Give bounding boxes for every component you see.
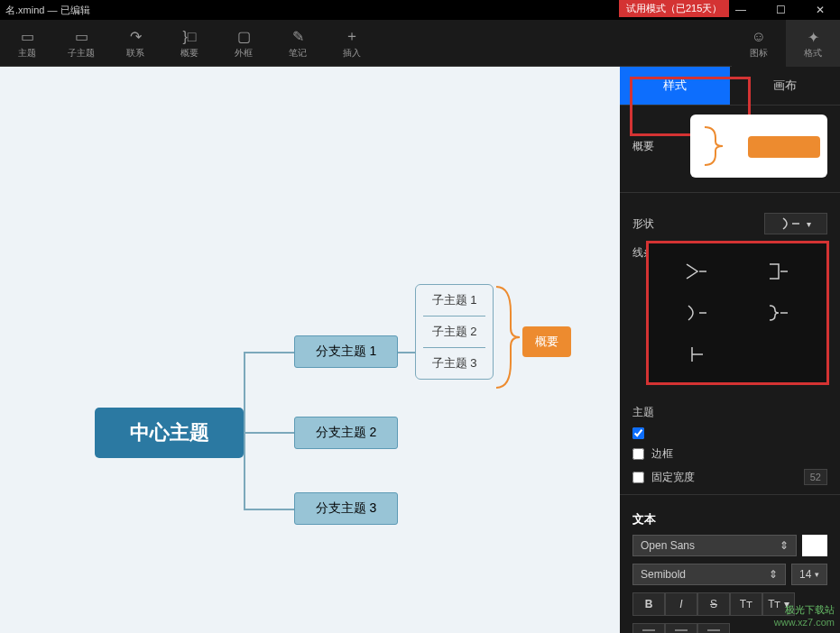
topic-icon: ▭ — [21, 27, 34, 47]
shape-dropdown-popup — [646, 241, 829, 385]
insert-icon: ＋ — [345, 27, 359, 47]
mindmap-canvas[interactable]: 中心主题 分支主题 1 分支主题 2 分支主题 3 子主题 1 子主题 2 子主… — [0, 67, 620, 633]
tab-style[interactable]: 样式 — [620, 67, 730, 105]
summary-icon: }□ — [182, 27, 196, 47]
fixed-width-checkbox[interactable] — [632, 472, 644, 483]
brush-icon: ✦ — [808, 27, 819, 47]
bold-button[interactable]: B — [632, 592, 665, 616]
fixed-width-value: 52 — [804, 469, 827, 485]
checkbox-row-border[interactable]: 边框 — [620, 443, 840, 465]
checkbox-row-fixed-width[interactable]: 固定宽度 52 — [620, 465, 840, 489]
shape-option-angle[interactable] — [656, 251, 737, 292]
font-size-select[interactable]: 14 ▾ — [791, 564, 827, 585]
italic-button[interactable]: I — [665, 592, 697, 616]
preview-brace-icon — [703, 125, 725, 167]
topic-button[interactable]: ▭ 主题 — [0, 20, 54, 67]
connector — [244, 509, 294, 510]
summary-node[interactable]: 概要 — [522, 326, 571, 357]
align-left-button[interactable] — [632, 623, 665, 633]
fill-checkbox[interactable] — [632, 427, 644, 439]
minimize-button[interactable]: — — [721, 0, 761, 20]
subtopic-icon: ▭ — [75, 27, 88, 47]
notes-button[interactable]: ✎ 笔记 — [271, 20, 325, 67]
chevron-down-icon: ▾ — [807, 219, 811, 229]
overview-section: 概要 — [620, 106, 840, 187]
subtopic-group[interactable]: 子主题 1 子主题 2 子主题 3 — [415, 284, 494, 380]
branch-topic-1[interactable]: 分支主题 1 — [294, 335, 398, 368]
font-weight-select[interactable]: Semibold ⇕ — [632, 564, 786, 585]
notes-icon: ✎ — [292, 27, 304, 47]
boundary-icon: ▢ — [237, 27, 251, 47]
toolbar: ▭ 主题 ▭ 子主题 ↷ 联系 }□ 概要 ▢ 外框 ✎ 笔记 ＋ 插入 ⛶ Z… — [0, 20, 840, 67]
relation-button[interactable]: ↷ 联系 — [108, 20, 162, 67]
font-family-select[interactable]: Open Sans ⇕ — [632, 535, 797, 556]
titlebar: 名.xmind — 已编辑 试用模式（已215天） — ☐ ✕ — [0, 0, 840, 20]
shape-option-curly[interactable] — [737, 292, 818, 334]
subtopic-1[interactable]: 子主题 1 — [416, 285, 493, 316]
connector — [244, 352, 245, 509]
align-left-icon — [642, 629, 655, 633]
align-center-icon — [675, 629, 688, 633]
boundary-button[interactable]: ▢ 外框 — [217, 20, 271, 67]
topic-heading: 主题 — [632, 405, 654, 420]
trial-badge: 试用模式（已215天） — [619, 0, 729, 17]
connector — [244, 352, 294, 353]
shape-option-square[interactable] — [737, 251, 818, 292]
summary-button[interactable]: }□ 概要 — [162, 20, 217, 67]
format-tab-button[interactable]: ✦ 格式 — [786, 20, 840, 67]
subtopic-2[interactable]: 子主题 2 — [416, 316, 493, 347]
text-section-title: 文本 — [620, 500, 840, 531]
subtopic-3[interactable]: 子主题 3 — [416, 348, 493, 379]
branch-topic-3[interactable]: 分支主题 3 — [294, 492, 398, 525]
smile-icon: ☺ — [752, 27, 766, 47]
summary-bracket — [494, 285, 522, 390]
shape-label: 形状 — [632, 216, 654, 232]
shape-option-tee[interactable] — [656, 334, 737, 375]
connector — [244, 432, 294, 434]
checkbox-row-fill[interactable] — [620, 424, 840, 443]
shape-option-round[interactable] — [656, 292, 737, 334]
panel-tabs: 样式 画布 — [620, 67, 840, 106]
tab-canvas[interactable]: 画布 — [730, 67, 840, 105]
insert-button[interactable]: ＋ 插入 — [325, 20, 379, 67]
watermark: 极光下载站 www.xz7.com — [774, 603, 835, 628]
align-right-icon — [707, 629, 720, 633]
subtopic-button[interactable]: ▭ 子主题 — [54, 20, 108, 67]
shape-current-icon — [781, 216, 803, 231]
icons-tab-button[interactable]: ☺ 图标 — [732, 20, 786, 67]
shape-dropdown-trigger[interactable]: ▾ — [764, 213, 827, 234]
align-right-button[interactable] — [697, 623, 730, 633]
maximize-button[interactable]: ☐ — [761, 0, 800, 20]
align-center-button[interactable] — [665, 623, 697, 633]
case-button[interactable]: Tᴛ — [730, 592, 762, 616]
font-color-swatch[interactable] — [802, 535, 827, 556]
window-title: 名.xmind — 已编辑 — [5, 4, 90, 17]
summary-preview — [690, 115, 827, 178]
fixed-width-label: 固定宽度 — [651, 470, 695, 485]
border-label: 边框 — [651, 446, 673, 462]
close-button[interactable]: ✕ — [800, 0, 840, 20]
central-topic[interactable]: 中心主题 — [95, 408, 244, 458]
relation-icon: ↷ — [130, 27, 142, 47]
stepper-icon: ⇕ — [769, 568, 778, 581]
format-panel: ☺ 图标 ✦ 格式 样式 画布 概要 — [620, 67, 840, 633]
border-checkbox[interactable] — [632, 448, 644, 460]
stepper-icon: ⇕ — [780, 539, 789, 552]
chevron-down-icon: ▾ — [815, 570, 819, 579]
branch-topic-2[interactable]: 分支主题 2 — [294, 417, 398, 449]
main: 中心主题 分支主题 1 分支主题 2 分支主题 3 子主题 1 子主题 2 子主… — [0, 67, 840, 633]
overview-label: 概要 — [632, 139, 654, 154]
window-controls: — ☐ ✕ — [721, 0, 840, 20]
strike-button[interactable]: S — [697, 592, 730, 616]
connector — [398, 352, 415, 353]
